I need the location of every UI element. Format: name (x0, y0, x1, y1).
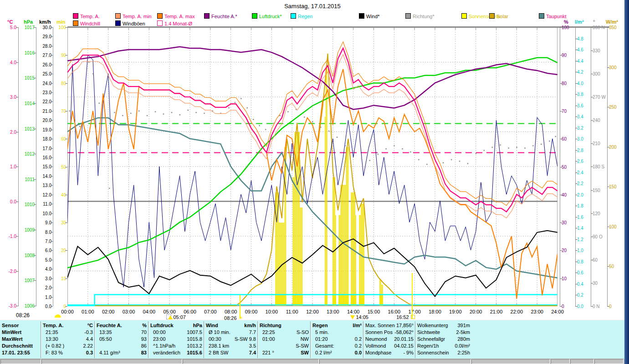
axis-tick (575, 139, 578, 139)
axis-tick-label: 3.4 (577, 114, 583, 119)
axis-unit-wm2: W/m² (606, 19, 618, 25)
status-bar-segment (0, 359, 41, 364)
x-axis-hour-label: 12:00 (306, 309, 319, 314)
axis-tick (575, 250, 578, 251)
x-axis-hour-label: 20:00 (470, 309, 482, 314)
table-row-label: 17.01. 23:55 (2, 349, 30, 356)
corner-sunrise-time: 08:26 (16, 312, 30, 318)
x-axis-hour-label: 16:00 (388, 309, 401, 314)
table-column: Richtung22:25S-SO01:00NWS-SW221 °SW (259, 320, 310, 359)
table-cell-label: 01:20 (315, 336, 328, 343)
axis-tick-label: 1016 (16, 51, 35, 56)
axis-tick (560, 222, 562, 223)
axis-tick (575, 72, 578, 72)
table-cell-label: Ø 10 min. (209, 329, 230, 336)
axis-tick (51, 120, 53, 121)
axis-tick-label: 250 (609, 105, 617, 110)
axis-tick-label: 50 (48, 165, 66, 170)
status-bar-segment (319, 359, 471, 364)
table-cell-value: 2-5km (456, 329, 470, 336)
axis-tick-label: 1.4 (577, 226, 583, 231)
weather-app-window: Samstag, 17.01.2015 Temp. A.Temp. A. min… (0, 0, 629, 364)
axis-tick-label: 270 W (593, 95, 606, 100)
axis-tick-label: 29.0 (33, 34, 51, 39)
axis-unit-kmh: km/h (39, 19, 51, 25)
axis-tick (560, 55, 562, 56)
axis-tick-label: 7.0 (33, 239, 51, 244)
table-cell-value: 0.0l/m² (455, 343, 470, 349)
axis-tick (575, 94, 578, 95)
table-cell-label: Gesamt: (315, 343, 334, 349)
axis-tick-label: 0 N (593, 304, 600, 309)
table-cell-label: F: 83 % (46, 349, 63, 356)
axis-unit-pct: % (564, 19, 568, 25)
axis-tick-label: 50 (562, 165, 567, 170)
axis-tick-label: -3.0 (0, 303, 16, 308)
axis-tick (591, 97, 593, 97)
legend-swatch-icon (115, 20, 121, 26)
half-sun-icon (55, 314, 61, 318)
axis-tick (51, 232, 53, 233)
axis-tick-label: 10 (48, 276, 66, 281)
axis-tick-label: 0.2 (577, 293, 583, 298)
axis-tick (591, 120, 593, 121)
axis-tick-label: 60 (593, 258, 598, 263)
axis-tick-label: 1011 (16, 177, 35, 182)
axis-tick-label: 4.0 (0, 60, 16, 65)
table-cell-label: 2 Bft SW (209, 349, 228, 356)
axis-tick (575, 217, 578, 217)
axis-tick (560, 83, 562, 84)
axis-rail-lm2 (575, 27, 576, 306)
axis-tick (575, 239, 578, 240)
x-axis-hour-label: 08:00 (225, 309, 237, 314)
axis-tick-label: 200 (609, 145, 617, 150)
status-bar-segment (183, 359, 319, 364)
axis-tick-label: 2.0 (33, 285, 51, 290)
table-column-separator (41, 321, 41, 358)
axis-tick (560, 278, 562, 279)
axis-tick (607, 107, 609, 107)
moonrise-marker: 05:07 (166, 314, 186, 320)
axis-tick (591, 306, 593, 307)
axis-tick-label: 20 (48, 248, 66, 253)
legend-swatch-icon (73, 20, 78, 26)
legend-item-feuchte-a-: Feuchte A.* (204, 13, 237, 19)
axis-tick (591, 167, 593, 167)
axis-tick (575, 106, 578, 106)
table-cell-label: 13:30 (46, 336, 58, 343)
legend-label: Wind* (366, 14, 379, 19)
table-cell-value: 280m (457, 336, 470, 343)
table-cell-value: 04.02.15 (394, 343, 414, 349)
table-cell-label: Neumond (365, 336, 387, 343)
axis-rail-wm2 (607, 27, 608, 306)
table-cell-value: 2.22 (83, 343, 93, 349)
axis-tick-label: 1012 (16, 152, 35, 157)
axis-tick-label: 2.0 (0, 130, 16, 135)
axis-tick (575, 183, 578, 184)
legend-item-solar: Solar (489, 13, 508, 19)
axis-tick-label: 330 (593, 48, 600, 53)
axis-tick (591, 283, 593, 283)
x-axis-hour-label: 13:00 (327, 309, 339, 314)
axis-tick (575, 128, 578, 128)
sunset-time: 16:52 (396, 314, 409, 320)
axis-tick (16, 62, 18, 63)
legend-swatch-icon (291, 13, 296, 19)
table-cell-label: Max. Sonnen (365, 322, 395, 329)
axis-tick-label: 25.0 (33, 71, 51, 76)
axis-tick (607, 187, 609, 187)
axis-tick-label: 10 (562, 276, 567, 281)
axis-tick (51, 148, 53, 149)
axis-tick-label: 150 (609, 184, 617, 189)
axis-tick-label: 0.0 (0, 199, 16, 204)
x-axis-hour-label: 22:00 (511, 309, 523, 314)
table-cell-value: 1015.8 (187, 336, 202, 343)
axis-tick-label: 1.0 (33, 295, 51, 300)
table-column: Wolkenunterg391mSichtweite2-5kmSchneefal… (416, 320, 471, 359)
table-cell-value: 86 (141, 343, 147, 349)
axis-tick-label: 1.2 (577, 237, 583, 242)
legend-item-temp-a-max: Temp. A. max (157, 13, 195, 19)
legend-label: Temp. A. (80, 14, 100, 19)
legend-label: Temp. A. max (164, 14, 195, 19)
axis-rail-celsius (18, 27, 19, 306)
